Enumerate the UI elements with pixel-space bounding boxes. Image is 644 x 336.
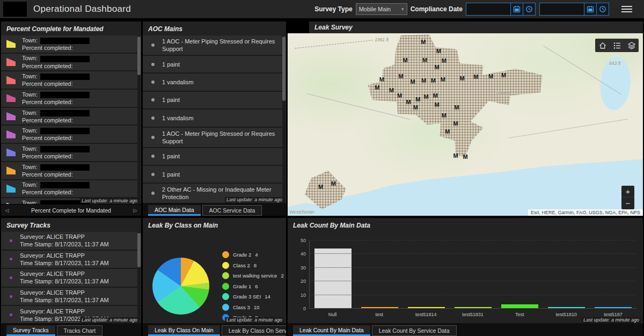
map-marker[interactable]: M xyxy=(318,184,323,190)
zoom-out-button[interactable]: − xyxy=(621,198,634,209)
bar[interactable] xyxy=(314,249,352,309)
tab-aoc-main-data[interactable]: AOC Main Data xyxy=(148,205,201,216)
map-marker[interactable]: M xyxy=(415,96,420,103)
map-marker[interactable]: M xyxy=(403,57,408,63)
legend-item[interactable]: Grade 16 xyxy=(222,283,284,290)
scrollbar-thumb[interactable] xyxy=(137,36,141,75)
map-marker[interactable]: M xyxy=(455,104,459,111)
map-marker[interactable]: M xyxy=(442,112,447,119)
list-item[interactable]: Surveyor: ALICE TRAPPTime Stamp: 8/17/20… xyxy=(1,269,141,288)
tab-survey-tracks[interactable]: Survey Tracks xyxy=(6,325,55,336)
list-item[interactable]: Town:Percent completed: xyxy=(1,35,141,54)
clock-icon[interactable] xyxy=(523,3,535,15)
list-item[interactable]: 1 AOC - Meter Piping Stressed or Require… xyxy=(143,128,286,148)
tab-aoc-service-data[interactable]: AOC Service Data xyxy=(202,205,262,216)
layers-icon[interactable] xyxy=(624,39,639,52)
list-item[interactable]: 1 vandalism xyxy=(143,109,286,127)
tab-leak-count-main[interactable]: Leak Count By Main Data xyxy=(293,325,370,336)
list-item[interactable]: Surveyor: ALICE TRAPPTime Stamp: 8/17/20… xyxy=(1,288,141,306)
scrollbar[interactable] xyxy=(137,35,141,204)
tab-leak-by-class-main[interactable]: Leak By Class On Main xyxy=(148,325,220,336)
scrollbar-thumb[interactable] xyxy=(137,233,141,267)
compliance-date-start-input[interactable] xyxy=(466,3,510,15)
map-marker[interactable]: M xyxy=(421,77,426,84)
legend-item[interactable]: Class 28 xyxy=(222,262,284,269)
map-canvas[interactable]: MMMMMMMMMMMMMMMMMMMMMMMMMMMMMMMMM 1961 f… xyxy=(288,33,643,216)
calendar-icon[interactable] xyxy=(510,3,523,15)
map-marker[interactable]: M xyxy=(445,128,450,135)
list-item[interactable]: Town:Percent completed: xyxy=(1,108,141,126)
map-marker[interactable]: M xyxy=(463,154,467,160)
map-marker[interactable]: M xyxy=(453,152,458,159)
map-marker[interactable]: M xyxy=(459,75,464,82)
map-marker[interactable]: M xyxy=(431,77,436,84)
scrollbar[interactable] xyxy=(282,35,286,203)
map-marker[interactable]: M xyxy=(424,93,429,100)
legend-item[interactable]: Grade 24 xyxy=(222,251,284,258)
flag-icon xyxy=(6,94,16,102)
tab-leak-count-service[interactable]: Leak Count By Service Data xyxy=(372,325,457,336)
map-marker[interactable]: M xyxy=(442,57,447,64)
map-marker[interactable]: M xyxy=(441,76,445,83)
legend-item[interactable]: Class 310 xyxy=(222,304,284,311)
zoom-in-button[interactable]: + xyxy=(621,186,634,198)
list-item[interactable]: Town:Percent completed: xyxy=(1,54,141,72)
scrollbar[interactable] xyxy=(137,232,141,323)
map-marker[interactable]: M xyxy=(473,74,478,80)
hamburger-menu-icon[interactable] xyxy=(621,4,632,14)
legend-item[interactable]: Grade 3 SEI14 xyxy=(222,293,284,300)
map-marker[interactable]: M xyxy=(422,57,427,63)
list-item-text: Town:Percent completed: xyxy=(22,163,90,178)
map-marker[interactable]: M xyxy=(379,76,384,83)
map-marker[interactable]: M xyxy=(434,64,439,70)
map-marker[interactable]: M xyxy=(488,73,493,79)
percent-line: Percent completed: xyxy=(22,188,90,196)
list-item[interactable]: Surveyor: ALICE TRAPPTime Stamp: 8/17/20… xyxy=(1,232,141,251)
pager-right-icon[interactable]: ▷ xyxy=(129,208,141,213)
pie-chart-area: Grade 24Class 28test walking service2Gra… xyxy=(143,232,286,323)
list-item[interactable]: 1 paint xyxy=(143,166,286,184)
list-item[interactable]: Town:Percent completed: xyxy=(1,126,141,144)
list-item[interactable]: 1 paint xyxy=(143,56,286,74)
map-marker[interactable]: M xyxy=(453,120,458,127)
map-marker[interactable]: M xyxy=(389,87,394,93)
list-item[interactable]: 1 paint xyxy=(143,148,286,166)
list-item[interactable]: Town:Percent completed: xyxy=(1,180,141,199)
list-item[interactable]: Surveyor: ALICE TRAPPTime Stamp: 8/17/20… xyxy=(1,251,141,269)
tab-percent-complete[interactable]: Percent Complete for Mandated xyxy=(13,207,129,214)
legend-list-icon[interactable] xyxy=(610,39,624,52)
list-item[interactable]: Town:Percent completed: xyxy=(1,144,141,162)
percent-line: Percent completed: xyxy=(22,152,90,160)
list-item[interactable]: Town:Percent completed: xyxy=(1,90,141,108)
percent-label: Percent completed: xyxy=(22,45,73,51)
tab-leak-by-class-service[interactable]: Leak By Class On Service xyxy=(222,325,286,336)
list-item-text: Town:Percent completed: xyxy=(22,54,90,69)
map-marker[interactable]: M xyxy=(413,104,418,111)
map-marker[interactable]: M xyxy=(436,48,441,54)
map-marker[interactable]: M xyxy=(399,73,404,79)
calendar-icon[interactable] xyxy=(584,3,596,15)
scrollbar-thumb[interactable] xyxy=(282,36,286,101)
list-item[interactable]: 1 paint xyxy=(143,92,286,109)
list-item[interactable]: Town:Percent completed: xyxy=(1,162,141,180)
map-marker[interactable]: M xyxy=(434,101,439,108)
list-item[interactable]: Town:Percent completed: xyxy=(1,71,141,90)
home-icon[interactable] xyxy=(595,39,610,52)
survey-type-select[interactable]: Mobile Main ▾ xyxy=(356,3,407,15)
map-marker[interactable]: M xyxy=(421,39,426,45)
map-marker[interactable]: M xyxy=(433,92,438,99)
map-marker[interactable]: M xyxy=(397,92,402,99)
map-marker[interactable]: M xyxy=(406,99,411,105)
list-item[interactable]: 1 AOC - Meter Piping Stressed or Require… xyxy=(143,35,286,56)
pager-left-icon[interactable]: ◁ xyxy=(1,208,13,213)
tab-tracks-chart[interactable]: Tracks Chart xyxy=(57,325,103,336)
pie-chart[interactable] xyxy=(152,258,209,315)
compliance-date-end-input[interactable] xyxy=(540,3,584,15)
clock-icon[interactable] xyxy=(596,3,609,15)
list-item[interactable]: 1 vandalism xyxy=(143,74,286,91)
map-marker[interactable]: M xyxy=(410,78,415,85)
map-marker[interactable]: M xyxy=(331,180,336,187)
map-marker[interactable]: M xyxy=(501,72,506,78)
map-marker[interactable]: M xyxy=(375,84,379,91)
legend-item[interactable]: test walking service2 xyxy=(222,272,284,279)
